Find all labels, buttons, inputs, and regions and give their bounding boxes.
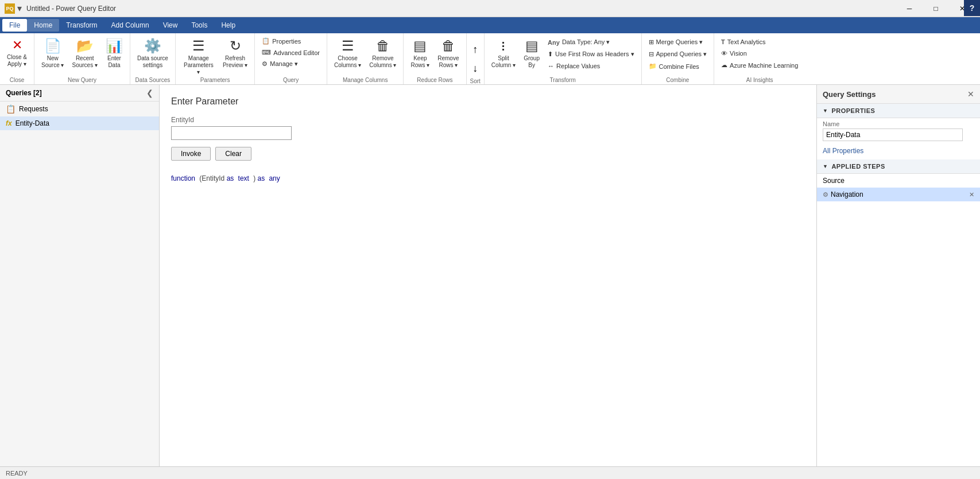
menu-tab-view[interactable]: View bbox=[156, 19, 185, 32]
right-panel: Query Settings ✕ ▼ PROPERTIES Name All P… bbox=[816, 85, 980, 466]
ribbon-group-data-sources: ⚙️ Data sourcesettings Data Sources bbox=[130, 33, 176, 84]
reduce-rows-group-label: Reduce Rows bbox=[407, 76, 462, 83]
ribbon-group-ai-insights: T Text Analytics 👁 Vision ☁ Azure Machin… bbox=[714, 33, 805, 84]
remove-columns-button[interactable]: 🗑 RemoveColumns ▾ bbox=[366, 36, 400, 75]
query-item-entity-data[interactable]: fx Entity-Data bbox=[0, 116, 159, 130]
properties-button[interactable]: 📋 Properties bbox=[258, 36, 323, 46]
enter-data-button[interactable]: 📊 EnterData bbox=[102, 36, 126, 75]
data-source-settings-icon: ⚙️ bbox=[144, 38, 161, 54]
sort-ascending-button[interactable]: ↑ bbox=[470, 41, 480, 58]
menu-tab-help[interactable]: Help bbox=[214, 19, 242, 32]
new-query-group-label: New Query bbox=[38, 76, 126, 83]
entity-id-input[interactable] bbox=[171, 126, 292, 140]
title-icon: PQ ▾ bbox=[5, 3, 22, 14]
navigation-delete-icon[interactable]: ✕ bbox=[969, 191, 974, 198]
as-keyword: as bbox=[227, 174, 234, 182]
new-source-button[interactable]: 📄 NewSource ▾ bbox=[38, 36, 67, 75]
help-button[interactable]: ? bbox=[964, 0, 980, 16]
sort-group-label: Sort bbox=[470, 77, 481, 84]
manage-icon: ⚙ bbox=[262, 60, 268, 68]
sort-descending-button[interactable]: ↓ bbox=[470, 60, 480, 77]
menu-tab-tools[interactable]: Tools bbox=[184, 19, 214, 32]
invoke-button[interactable]: Invoke bbox=[171, 147, 211, 161]
split-column-icon: ⫶ bbox=[500, 38, 507, 54]
menu-tab-file[interactable]: File bbox=[2, 19, 27, 32]
titlebar: PQ ▾ Untitled - Power Query Editor ─ □ ✕ bbox=[0, 0, 980, 17]
append-queries-icon: ⊟ bbox=[649, 50, 654, 58]
step-navigation[interactable]: ⚙ Navigation ✕ bbox=[817, 188, 980, 201]
transform-group-label: Transform bbox=[488, 76, 638, 83]
remove-rows-icon: 🗑 bbox=[441, 38, 455, 54]
close-apply-icon: ✕ bbox=[12, 38, 22, 53]
advanced-editor-button[interactable]: ⌨ Advanced Editor bbox=[258, 47, 323, 58]
manage-button[interactable]: ⚙ Manage ▾ bbox=[258, 59, 323, 69]
ribbon-group-query: 📋 Properties ⌨ Advanced Editor ⚙ Manage … bbox=[255, 33, 327, 84]
remove-rows-button[interactable]: 🗑 RemoveRows ▾ bbox=[434, 36, 462, 75]
menu-tab-add-column[interactable]: Add Column bbox=[104, 19, 156, 32]
ribbon-group-close: ✕ Close &Apply ▾ Close bbox=[0, 33, 34, 84]
vision-button[interactable]: 👁 Vision bbox=[718, 48, 801, 59]
refresh-preview-button[interactable]: ↻ RefreshPreview ▾ bbox=[219, 36, 251, 75]
clear-button[interactable]: Clear bbox=[215, 147, 251, 161]
replace-values-button[interactable]: ↔ Replace Values bbox=[544, 61, 637, 71]
entity-data-icon: fx bbox=[6, 119, 12, 127]
menubar: File Home Transform Add Column View Tool… bbox=[0, 17, 980, 33]
ai-insights-group-label: AI Insights bbox=[718, 76, 801, 83]
query-group-label: Query bbox=[258, 76, 323, 83]
close-apply-button[interactable]: ✕ Close &Apply ▾ bbox=[3, 36, 30, 75]
data-type-button[interactable]: Any Data Type: Any ▾ bbox=[544, 37, 637, 48]
text-analytics-button[interactable]: T Text Analytics bbox=[718, 37, 801, 47]
ribbon-group-manage-columns: ☰ ChooseColumns ▾ 🗑 RemoveColumns ▾ Mana… bbox=[327, 33, 404, 84]
minimize-button[interactable]: ─ bbox=[896, 0, 923, 17]
as-keyword-2: as bbox=[257, 174, 265, 182]
choose-columns-button[interactable]: ☰ ChooseColumns ▾ bbox=[331, 36, 365, 75]
advanced-editor-icon: ⌨ bbox=[262, 49, 271, 56]
queries-header-label: Queries [2] bbox=[6, 89, 42, 97]
window-title: Untitled - Power Query Editor bbox=[26, 5, 896, 13]
enter-data-icon: 📊 bbox=[106, 38, 123, 54]
close-query-settings-button[interactable]: ✕ bbox=[967, 89, 974, 99]
menu-tab-transform[interactable]: Transform bbox=[59, 19, 104, 32]
data-sources-group-label: Data Sources bbox=[134, 76, 172, 83]
properties-section-header: ▼ PROPERTIES bbox=[817, 104, 980, 118]
left-panel: Queries [2] ❮ 📋 Requests fx Entity-Data bbox=[0, 85, 160, 466]
parameters-group-label: Parameters bbox=[179, 76, 251, 83]
all-properties-row: All Properties bbox=[817, 145, 980, 157]
text-analytics-icon: T bbox=[721, 38, 725, 45]
step-source[interactable]: Source bbox=[817, 174, 980, 188]
maximize-button[interactable]: □ bbox=[923, 0, 949, 17]
ribbon-group-reduce-rows: ▤ KeepRows ▾ 🗑 RemoveRows ▾ Reduce Rows bbox=[404, 33, 466, 84]
collapse-queries-button[interactable]: ❮ bbox=[146, 88, 153, 98]
choose-columns-icon: ☰ bbox=[342, 38, 354, 54]
group-by-button[interactable]: ▤ GroupBy bbox=[520, 36, 543, 75]
query-settings-title: Query Settings bbox=[823, 90, 876, 99]
any-keyword: any bbox=[269, 174, 280, 182]
append-queries-button[interactable]: ⊟ Append Queries ▾ bbox=[645, 49, 711, 60]
ribbon-group-new-query: 📄 NewSource ▾ 📂 RecentSources ▾ 📊 EnterD… bbox=[34, 33, 130, 84]
merge-queries-button[interactable]: ⊞ Merge Queries ▾ bbox=[645, 37, 711, 48]
properties-arrow-icon: ▼ bbox=[823, 108, 828, 114]
menu-tab-home[interactable]: Home bbox=[27, 19, 59, 32]
ribbon-group-transform: ⫶ SplitColumn ▾ ▤ GroupBy Any Data Type:… bbox=[485, 33, 642, 84]
text-keyword: text bbox=[238, 174, 249, 182]
name-property: Name bbox=[817, 118, 980, 145]
data-type-icon: Any bbox=[548, 39, 560, 46]
azure-ml-button[interactable]: ☁ Azure Machine Learning bbox=[718, 60, 801, 71]
query-item-requests[interactable]: 📋 Requests bbox=[0, 102, 159, 116]
recent-sources-icon: 📂 bbox=[76, 38, 94, 54]
combine-group-label: Combine bbox=[645, 76, 711, 83]
manage-parameters-button[interactable]: ☰ ManageParameters ▾ bbox=[179, 36, 218, 75]
combine-files-button[interactable]: 📁 Combine Files bbox=[645, 61, 711, 72]
main-content: Enter Parameter EntityId Invoke Clear fu… bbox=[160, 85, 816, 466]
keep-rows-button[interactable]: ▤ KeepRows ▾ bbox=[407, 36, 433, 75]
merge-queries-icon: ⊞ bbox=[649, 38, 654, 46]
data-source-settings-button[interactable]: ⚙️ Data sourcesettings bbox=[134, 36, 172, 75]
remove-columns-icon: 🗑 bbox=[376, 38, 390, 54]
all-properties-link[interactable]: All Properties bbox=[823, 147, 863, 155]
split-column-button[interactable]: ⫶ SplitColumn ▾ bbox=[488, 36, 519, 75]
requests-icon: 📋 bbox=[6, 104, 16, 114]
use-first-row-button[interactable]: ⬆ Use First Row as Headers ▾ bbox=[544, 49, 637, 60]
recent-sources-button[interactable]: 📂 RecentSources ▾ bbox=[68, 36, 100, 75]
group-by-icon: ▤ bbox=[525, 38, 539, 54]
name-input[interactable] bbox=[823, 128, 963, 141]
